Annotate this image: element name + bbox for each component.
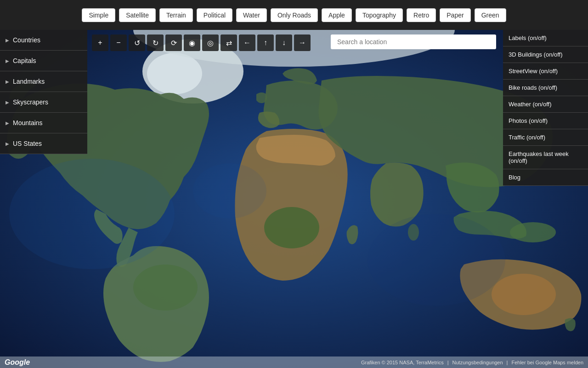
right-item-weather[interactable]: Weather (on/off) bbox=[503, 96, 588, 113]
tool-btn-arrow-right[interactable]: → bbox=[294, 34, 311, 51]
svg-point-3 bbox=[147, 53, 202, 94]
chevron-right-icon: ▶ bbox=[6, 121, 9, 126]
map-style-btn-terrain[interactable]: Terrain bbox=[159, 8, 193, 22]
sidebar-item-countries[interactable]: ▶Countries bbox=[0, 30, 87, 51]
sidebar-item-landmarks[interactable]: ▶Landmarks bbox=[0, 71, 87, 92]
chevron-right-icon: ▶ bbox=[6, 79, 9, 84]
footer-info: Grafiken © 2015 NASA, TerraMetrics | Nut… bbox=[361, 360, 583, 365]
svg-point-6 bbox=[264, 207, 319, 248]
sidebar-item-mountains[interactable]: ▶Mountains bbox=[0, 113, 87, 133]
svg-point-5 bbox=[133, 264, 198, 310]
sidebar-item-label: US States bbox=[13, 140, 42, 147]
map-style-btn-retro[interactable]: Retro bbox=[407, 8, 436, 22]
right-item-blog[interactable]: Blog bbox=[503, 169, 588, 186]
chevron-right-icon: ▶ bbox=[6, 58, 9, 63]
map-style-btn-apple[interactable]: Apple bbox=[322, 8, 352, 22]
map-style-btn-green[interactable]: Green bbox=[475, 8, 506, 22]
tool-btn-arrow-left[interactable]: ← bbox=[239, 34, 255, 51]
tool-btn-undo[interactable]: ↺ bbox=[129, 34, 145, 51]
right-item-3d-buildings[interactable]: 3D Buildings (on/off) bbox=[503, 46, 588, 63]
left-sidebar: ▶Countries▶Capitals▶Landmarks▶Skyscraper… bbox=[0, 30, 87, 154]
map-style-btn-topography[interactable]: Topography bbox=[356, 8, 403, 22]
tool-btn-zoom-out[interactable]: − bbox=[110, 34, 127, 51]
right-sidebar: Labels (on/off)3D Buildings (on/off)Stre… bbox=[503, 30, 588, 186]
right-item-labels[interactable]: Labels (on/off) bbox=[503, 30, 588, 46]
map-style-btn-only-roads[interactable]: Only Roads bbox=[271, 8, 318, 22]
world-map-svg bbox=[0, 30, 588, 368]
tool-btn-arrow-up[interactable]: ↑ bbox=[257, 34, 274, 51]
terms-link[interactable]: Nutzungsbedingungen bbox=[452, 360, 503, 365]
svg-point-13 bbox=[368, 214, 505, 306]
report-link[interactable]: Fehler bei Google Maps melden bbox=[511, 360, 583, 365]
tool-btn-target[interactable]: ◎ bbox=[202, 34, 219, 51]
sidebar-item-label: Countries bbox=[13, 36, 40, 44]
right-item-streetview[interactable]: StreetView (on/off) bbox=[503, 63, 588, 80]
svg-point-11 bbox=[9, 159, 175, 269]
sidebar-item-us-states[interactable]: ▶US States bbox=[0, 133, 87, 154]
map-style-btn-political[interactable]: Political bbox=[197, 8, 232, 22]
main-content: ▶Countries▶Capitals▶Landmarks▶Skyscraper… bbox=[0, 30, 588, 368]
sidebar-item-label: Landmarks bbox=[13, 78, 45, 85]
footer: Google Grafiken © 2015 NASA, TerraMetric… bbox=[0, 357, 588, 368]
google-logo: Google bbox=[5, 358, 30, 367]
right-item-earthquakes[interactable]: Earthquakes last week (on/off) bbox=[503, 146, 588, 169]
search-bar bbox=[331, 34, 496, 49]
right-item-traffic[interactable]: Traffic (on/off) bbox=[503, 129, 588, 146]
tool-btn-refresh[interactable]: ⟳ bbox=[165, 34, 182, 51]
sidebar-item-label: Mountains bbox=[13, 119, 43, 126]
map-style-btn-satellite[interactable]: Satellite bbox=[119, 8, 156, 22]
map-style-btn-simple[interactable]: Simple bbox=[82, 8, 115, 22]
chevron-right-icon: ▶ bbox=[6, 141, 9, 146]
map-style-btn-water[interactable]: Water bbox=[236, 8, 267, 22]
map-toolbar: +−↺↻⟳◉◎⇄←↑↓→ bbox=[92, 34, 311, 51]
chevron-right-icon: ▶ bbox=[6, 38, 9, 43]
svg-point-12 bbox=[193, 163, 266, 218]
map-style-btn-paper[interactable]: Paper bbox=[440, 8, 470, 22]
sidebar-item-skyscrapers[interactable]: ▶Skyscrapers bbox=[0, 92, 87, 113]
map-background[interactable] bbox=[0, 30, 588, 368]
tool-btn-zoom-in[interactable]: + bbox=[92, 34, 108, 51]
map-style-toolbar: SimpleSatelliteTerrainPoliticalWaterOnly… bbox=[0, 0, 588, 30]
svg-point-9 bbox=[492, 274, 556, 315]
sidebar-item-label: Capitals bbox=[13, 57, 36, 64]
copyright-text: Grafiken © 2015 NASA, TerraMetrics bbox=[361, 360, 444, 365]
tool-btn-shuffle[interactable]: ⇄ bbox=[220, 34, 237, 51]
tool-btn-redo[interactable]: ↻ bbox=[147, 34, 164, 51]
sidebar-item-label: Skyscrapers bbox=[13, 98, 48, 106]
sidebar-item-capitals[interactable]: ▶Capitals bbox=[0, 51, 87, 71]
svg-point-7 bbox=[510, 222, 556, 242]
chevron-right-icon: ▶ bbox=[6, 100, 9, 105]
search-input[interactable] bbox=[331, 34, 496, 49]
right-item-photos[interactable]: Photos (on/off) bbox=[503, 113, 588, 129]
tool-btn-arrow-down[interactable]: ↓ bbox=[276, 34, 292, 51]
right-item-bike-roads[interactable]: Bike roads (on/off) bbox=[503, 80, 588, 96]
tool-btn-pin[interactable]: ◉ bbox=[184, 34, 200, 51]
